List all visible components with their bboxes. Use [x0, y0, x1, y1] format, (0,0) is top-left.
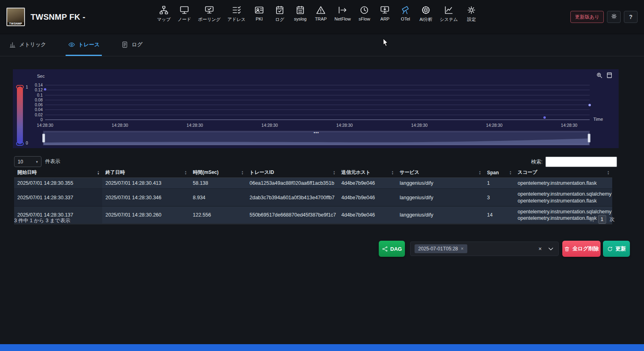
pagination: 前 1 次: [589, 215, 615, 224]
visualmap-min-handle[interactable]: [16, 142, 24, 146]
nav-item-polling[interactable]: ポーリング: [198, 5, 221, 23]
nav-item-label: ポーリング: [198, 17, 221, 23]
refresh-label: 更新: [615, 245, 626, 252]
x-tick-label: 14:28:30: [32, 123, 58, 128]
trace-row[interactable]: 2025/07/01 14:28:30.3372025/07/01 14:28:…: [14, 189, 612, 206]
datazoom-left-handle[interactable]: [42, 134, 45, 142]
arp-icon: [380, 5, 390, 15]
nav-item-syslog[interactable]: syslog: [293, 5, 307, 21]
column-label: 送信元ホスト: [341, 169, 371, 176]
column-header-service[interactable]: サービス▴▾: [396, 167, 484, 178]
zoom-select-icon[interactable]: [596, 72, 603, 79]
cell-service: langgenius/dify: [396, 178, 484, 188]
tab-metrics[interactable]: メトリック: [6, 35, 49, 56]
column-header-duration[interactable]: 時間(mSec)▴▾: [190, 167, 246, 178]
filter-chip-label: 2025-07-01T05:28: [418, 246, 458, 252]
column-label: Span: [487, 170, 499, 176]
scatter-point[interactable]: [588, 104, 591, 106]
nav-item-pki[interactable]: PKI: [252, 5, 266, 21]
otel-icon: [400, 5, 410, 15]
cell-span: 1: [484, 178, 514, 188]
cell-end: 2025/07/01 14:28:30.413: [102, 178, 190, 188]
sort-icon: ▴▾: [392, 170, 393, 175]
delete-all-label: 全ログ削除: [572, 245, 599, 252]
tab-traces[interactable]: トレース: [66, 35, 102, 56]
x-tick-label: 14:28:30: [481, 123, 507, 128]
node-icon: [180, 5, 189, 15]
cell-host: 4d4be7b9e046: [338, 189, 396, 206]
cell-span: 14: [484, 206, 514, 224]
trace-row[interactable]: 2025/07/01 14:28:30.1372025/07/01 14:28:…: [14, 206, 612, 224]
metric-icon: [9, 41, 16, 48]
map-icon: [159, 5, 169, 15]
trace-table: 開始日時▴▾終了日時▴▾時間(mSec)▴▾トレースID▴▾送信元ホスト▴▾サー…: [14, 167, 612, 224]
prev-page-button[interactable]: 前: [589, 216, 594, 223]
nav-item-sflow[interactable]: sFlow: [357, 5, 371, 21]
scope-line: opentelemetry.instrumentation.flask: [518, 180, 609, 186]
update-available-button[interactable]: 更新版あり: [570, 11, 604, 23]
tab-label: ログ: [132, 41, 142, 48]
select-chevron-down-icon[interactable]: [547, 246, 554, 252]
cell-duration: 58.138: [190, 178, 246, 188]
header-actions: 更新版あり ?: [570, 11, 638, 23]
cell-trace_id: 550b69517de668870ed45f387be9f1c7: [246, 206, 338, 224]
table-info: 3 件中 1 から 3 まで表示: [14, 217, 70, 224]
next-page-button[interactable]: 次: [610, 216, 615, 223]
datazoom-grip-dots[interactable]: •••: [314, 131, 319, 134]
cell-trace_id: 2dab3c7b394a601a0f3b413e4700ffb7: [246, 189, 338, 206]
cell-end: 2025/07/01 14:28:30.260: [102, 206, 190, 224]
nav-item-node[interactable]: ノード: [178, 5, 191, 23]
scatter-point[interactable]: [44, 88, 46, 91]
column-header-end[interactable]: 終了日時▴▾: [102, 167, 190, 178]
datazoom-right-handle[interactable]: [588, 134, 590, 142]
nav-item-trap[interactable]: TRAP: [314, 5, 328, 21]
nav-item-label: NetFlow: [334, 17, 351, 21]
search-input[interactable]: [545, 157, 617, 167]
datazoom-slider[interactable]: •••: [43, 131, 590, 145]
log-icon: [275, 5, 285, 15]
help-button[interactable]: ?: [624, 11, 638, 23]
nav-item-label: OTel: [401, 17, 410, 21]
pki-icon: [254, 5, 264, 15]
column-header-scope[interactable]: スコープ▴▾: [514, 167, 612, 178]
search-control: 検索:: [531, 157, 617, 167]
nav-item-settings[interactable]: 設定: [464, 5, 478, 23]
tab-logs[interactable]: ログ: [119, 35, 145, 56]
theme-settings-button[interactable]: [607, 11, 621, 23]
page-size-suffix: 件表示: [45, 158, 60, 165]
visualmap-max-handle[interactable]: [16, 85, 24, 89]
syslog-icon: [295, 5, 305, 15]
time-filter-select[interactable]: 2025-07-01T05:28 × ×: [410, 242, 559, 256]
nav-item-arp[interactable]: ARP: [378, 5, 392, 21]
dag-button[interactable]: DAG: [379, 241, 405, 257]
delete-all-logs-button[interactable]: 全ログ削除: [562, 241, 601, 257]
refresh-icon: [607, 246, 613, 252]
column-header-trace_id[interactable]: トレースID▴▾: [246, 167, 338, 178]
clear-filter-icon[interactable]: ×: [536, 246, 544, 252]
nav-item-netflow[interactable]: NetFlow: [334, 5, 351, 21]
nav-item-system[interactable]: システム: [440, 5, 458, 23]
refresh-button[interactable]: 更新: [603, 241, 630, 257]
y-tick-label: 0.08: [25, 98, 43, 102]
visualmap-gradient[interactable]: [17, 87, 23, 144]
chip-remove-icon[interactable]: ×: [461, 246, 464, 252]
column-label: サービス: [400, 169, 419, 176]
sflow-icon: [359, 5, 369, 15]
page-size-select[interactable]: 10 ▾: [14, 156, 41, 167]
column-header-host[interactable]: 送信元ホスト▴▾: [338, 167, 396, 178]
trap-icon: [316, 5, 326, 15]
nav-item-label: 設定: [467, 17, 476, 23]
trace-row[interactable]: 2025/07/01 14:28:30.3552025/07/01 14:28:…: [14, 178, 612, 189]
cell-host: 4d4be7b9e046: [338, 178, 396, 188]
column-header-start[interactable]: 開始日時▴▾: [14, 167, 102, 178]
current-page-button[interactable]: 1: [598, 215, 606, 224]
column-header-span[interactable]: Span▴▾: [484, 168, 514, 177]
nav-item-ai[interactable]: AI分析: [419, 5, 433, 23]
y-tick-label: 0.04: [25, 107, 43, 112]
nav-item-address[interactable]: アドレス: [227, 5, 246, 23]
restore-icon[interactable]: [606, 72, 613, 79]
nav-item-log[interactable]: ログ: [273, 5, 287, 23]
nav-item-map[interactable]: マップ: [157, 5, 171, 23]
scatter-point[interactable]: [543, 116, 546, 119]
nav-item-otel[interactable]: OTel: [398, 5, 412, 21]
